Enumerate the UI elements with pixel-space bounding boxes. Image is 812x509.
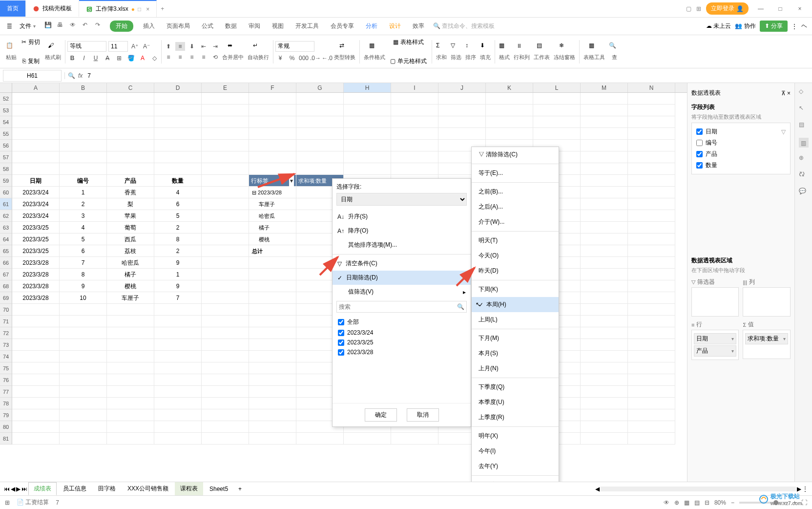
fill-color-icon[interactable]: 🪣 (126, 54, 136, 63)
cell[interactable] (202, 105, 249, 116)
column-header-B[interactable]: B (60, 83, 107, 92)
cell[interactable] (628, 304, 675, 316)
cell[interactable] (60, 116, 107, 128)
sm-before[interactable]: 之前(B)... (472, 184, 559, 199)
cell[interactable] (60, 351, 107, 362)
cell[interactable] (296, 93, 344, 105)
menu-effect[interactable]: 效率 (408, 20, 429, 32)
comment-icon[interactable]: 💬 (799, 188, 809, 197)
cell[interactable] (486, 93, 533, 105)
cell[interactable] (107, 339, 154, 351)
cell[interactable] (249, 316, 296, 327)
cell[interactable] (438, 128, 486, 140)
zoom-out-icon[interactable]: − (731, 499, 734, 506)
row-header[interactable]: 77 (0, 386, 12, 398)
cell[interactable] (581, 362, 628, 374)
menu-vip[interactable]: 会员专享 (326, 20, 359, 32)
cell[interactable] (628, 245, 675, 257)
cell[interactable] (12, 374, 60, 386)
ok-button[interactable]: 确定 (365, 408, 397, 422)
cell[interactable] (581, 351, 628, 362)
cell[interactable] (628, 386, 675, 398)
cell[interactable] (60, 316, 107, 327)
cell[interactable] (154, 409, 202, 421)
cell[interactable]: 8 (60, 269, 107, 280)
cell[interactable] (202, 292, 249, 304)
increase-decimal-icon[interactable]: .0→ (311, 54, 320, 63)
cell[interactable] (296, 163, 344, 175)
cell[interactable] (12, 128, 60, 140)
cell[interactable] (628, 222, 675, 233)
row-header[interactable]: 66 (0, 257, 12, 269)
cell[interactable] (628, 198, 675, 210)
sm-after[interactable]: 之后(A)... (472, 199, 559, 214)
justify-icon[interactable]: ≡ (199, 53, 208, 62)
split-view-icon[interactable]: ⊟ (705, 499, 709, 506)
horizontal-scrollbar[interactable] (601, 487, 796, 491)
formula-input[interactable] (85, 70, 812, 81)
hamburger-icon[interactable]: ☰ (5, 22, 14, 31)
sm-last-quarter[interactable]: 上季度(R) (472, 410, 559, 425)
cell[interactable] (60, 386, 107, 398)
cell[interactable] (438, 105, 486, 116)
cell[interactable] (202, 163, 249, 175)
row-header[interactable]: 58 (0, 163, 12, 175)
cell[interactable] (533, 93, 581, 105)
cell[interactable]: 2 (154, 245, 202, 257)
sm-clear[interactable]: ▽ 清除筛选(C) (472, 147, 559, 162)
cell[interactable] (202, 116, 249, 128)
cell[interactable] (60, 433, 107, 445)
cell[interactable] (202, 316, 249, 327)
cell[interactable] (391, 140, 438, 151)
row-header[interactable]: 76 (0, 374, 12, 386)
field-product[interactable]: 产品 (695, 148, 787, 160)
cell[interactable] (202, 362, 249, 374)
cell[interactable] (533, 105, 581, 116)
cell[interactable]: 数量 (154, 175, 202, 187)
cell[interactable] (391, 151, 438, 163)
cloud-icon[interactable]: ☁ 未上云 (706, 22, 731, 30)
cell[interactable] (12, 386, 60, 398)
field-date[interactable]: 日期▽ (695, 126, 787, 137)
cell[interactable] (581, 93, 628, 105)
column-header-J[interactable]: J (438, 83, 486, 92)
menu-design[interactable]: 设计 (384, 20, 406, 32)
cell[interactable] (60, 409, 107, 421)
cell[interactable] (581, 105, 628, 116)
cell[interactable] (628, 327, 675, 339)
cell[interactable]: 6 (154, 198, 202, 210)
cell[interactable] (202, 140, 249, 151)
cell[interactable] (154, 327, 202, 339)
cell[interactable] (60, 105, 107, 116)
cell[interactable] (249, 105, 296, 116)
cell[interactable] (202, 222, 249, 233)
cell[interactable] (202, 210, 249, 222)
cell[interactable]: ⊟ 2023/3/28 (249, 187, 296, 198)
save-icon[interactable]: 💾 (44, 21, 54, 31)
column-header-A[interactable]: A (12, 83, 60, 92)
cell[interactable]: 1 (60, 187, 107, 198)
cell[interactable] (581, 327, 628, 339)
menu-insert[interactable]: 插入 (138, 20, 160, 32)
cell[interactable] (486, 128, 533, 140)
percent-icon[interactable]: % (287, 54, 297, 63)
cell[interactable] (581, 175, 628, 187)
row-header[interactable]: 63 (0, 222, 12, 233)
cell[interactable]: 4 (60, 222, 107, 233)
cell[interactable] (154, 163, 202, 175)
column-header-F[interactable]: F (249, 83, 296, 92)
file-menu[interactable]: 文件▾ (16, 20, 40, 32)
align-center-icon[interactable]: ≡ (175, 53, 185, 62)
cell[interactable] (628, 280, 675, 292)
cell[interactable] (107, 140, 154, 151)
row-header[interactable]: 68 (0, 280, 12, 292)
cell[interactable] (581, 398, 628, 409)
paste-button[interactable]: 📋粘贴 (4, 41, 19, 62)
cell[interactable] (628, 409, 675, 421)
close-panel-icon[interactable]: × (787, 90, 791, 97)
cell[interactable] (249, 292, 296, 304)
sheet-button[interactable]: ▤工作表 (532, 41, 552, 62)
cell[interactable] (391, 116, 438, 128)
cell[interactable] (107, 128, 154, 140)
row-header[interactable]: 60 (0, 187, 12, 198)
